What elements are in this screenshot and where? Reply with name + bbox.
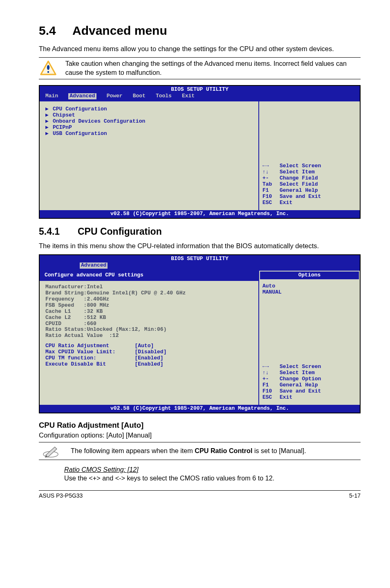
nav-row: F10Save and Exit [262,194,356,200]
cpu-info-line: Ratio Actual Value :12 [45,333,253,339]
bios-menubar: MainAdvancedPowerBootToolsExit [40,93,360,101]
bios-item: ▶Onboard Devices Configuration [45,119,253,125]
svg-point-0 [47,65,49,70]
nav-row: ↑↓Select Item [262,169,356,175]
bios-menu-advanced: Advanced [68,93,96,99]
bios-item: ▶USB Configuration [45,131,253,137]
bios-item: ▶PCIPnP [45,125,253,131]
bios2-panel-title: Configure advanced CPU settings [40,271,258,281]
info-note-bold: CPU Ratio Control [195,447,252,454]
cpu-info-line: Cache L2 :512 KB [45,315,253,321]
svg-point-1 [47,71,49,73]
nav-row: +-Change Field [262,175,356,182]
info-note-text: The following item appears when the item… [71,447,306,456]
nav-row: ←→Select Screen [262,163,356,169]
info-note-pre: The following item appears when the item [71,447,195,454]
item-heading-ratio-cmos: Ratio CMOS Setting: [12] [64,466,361,474]
caution-icon [39,61,58,76]
subsection-title-text: CPU Configuration [78,226,162,237]
nav-row: F1General Help [262,188,356,194]
bios-footer: v02.58 (C)Copyright 1985-2007, American … [40,210,360,218]
section-number: 5.4 [39,24,72,38]
info-note-post: is set to [Manual]. [252,447,306,454]
info-note: The following item appears when the item… [39,442,361,460]
bios-screenshot-cpu-config: BIOS SETUP UTILITY Advanced Configure ad… [39,254,361,413]
bios2-menubar: Advanced [40,263,360,270]
options-header: Options [259,271,360,280]
pencil-icon [39,444,63,458]
cpu-info-line: Brand String:Genuine Intel(R) CPU @ 2.40… [45,290,253,296]
caution-text: Take caution when changing the settings … [65,59,361,77]
item-heading-cpu-ratio: CPU Ratio Adjustment [Auto] [39,421,361,430]
bios2-tab-advanced: Advanced [80,263,108,269]
bios2-right-panel: Options AutoMANUAL ←→Select Screen↑↓Sele… [259,270,360,405]
bios-screenshot-advanced-menu: BIOS SETUP UTILITY MainAdvancedPowerBoot… [39,85,361,219]
nav-row: TabSelect Field [262,182,356,188]
bios2-left-panel: Configure advanced CPU settings Manufact… [40,270,259,405]
bios-item: ▶CPU Configuration [45,106,253,112]
option-value: MANUAL [262,290,356,296]
footer-left: ASUS P3-P5G33 [39,492,83,499]
bios-menu-boot: Boot [133,93,146,99]
bios-menu-power: Power [107,93,123,99]
nav-row: F1General Help [262,382,356,388]
section-title-text: Advanced menu [72,24,167,37]
item-body-cpu-ratio: Configuration options: [Auto] [Manual] [39,431,361,440]
bios-menu-main: Main [45,93,58,99]
cpu-setting-row: CPU TM function: [Enabled] [45,355,253,361]
option-value: Auto [262,283,356,290]
bios-title: BIOS SETUP UTILITY [40,86,360,93]
cpu-info-line: FSB Speed :800 MHz [45,303,253,309]
cpu-info-line: Cache L1 :32 KB [45,309,253,315]
cpu-setting-row: CPU Ratio Adjustment [Auto] [45,343,253,349]
nav-row: ESCExit [262,395,356,401]
page-footer: ASUS P3-P5G33 5-17 [39,490,361,499]
cpu-setting-row: Max CPUID Value Limit: [Disabled] [45,349,253,355]
bios2-footer: v02.58 (C)Copyright 1985-2007, American … [40,405,360,413]
intro-paragraph: The Advanced menu items allow you to cha… [39,44,361,53]
cpu-info-line: Ratio Status:Unlocked (Max:12, Min:06) [45,327,253,333]
nav-row: F10Save and Exit [262,388,356,395]
bios2-title: BIOS SETUP UTILITY [40,255,360,263]
nav-row: +-Change Option [262,376,356,382]
subsection-heading: 5.4.1CPU Configuration [39,226,361,237]
bios-right-panel: ←→Select Screen↑↓Select Item+-Change Fie… [259,101,360,210]
nav-row: ESCExit [262,200,356,206]
bios-item: ▶Chipset [45,112,253,119]
bios-menu-exit: Exit [182,93,195,99]
footer-right: 5-17 [349,492,361,499]
nav-row: ↑↓Select Item [262,370,356,376]
cpu-info-line: CPUID :660 [45,321,253,327]
nav-row: ←→Select Screen [262,364,356,370]
subsection-intro: The items in this menu show the CPU-rela… [39,241,361,250]
subsection-number: 5.4.1 [39,226,78,237]
bios-menu-tools: Tools [156,93,172,99]
bios-left-panel: ▶CPU Configuration▶Chipset▶Onboard Devic… [40,101,259,210]
item-body-ratio-cmos: Use the <+> and <-> keys to select the C… [64,474,361,482]
cpu-setting-row: Execute Disable Bit [Enabled] [45,361,253,368]
cpu-info-line: Frequency :2.40GHz [45,296,253,303]
cpu-info-line: Manufacturer:Intel [45,284,253,290]
section-heading: 5.4Advanced menu [39,24,361,38]
caution-note: Take caution when changing the settings … [39,57,361,79]
